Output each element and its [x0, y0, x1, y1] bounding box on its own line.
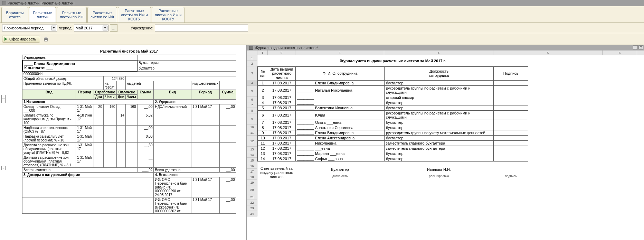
institution-select[interactable]	[155, 25, 248, 31]
table-row[interactable]: 1217.08.2017________ ___евназаместитель …	[258, 146, 528, 151]
tree-collapse[interactable]: −	[1, 99, 6, 103]
table-row[interactable]: 1017.08.2017________ Елена Александровна…	[258, 135, 528, 140]
table-row[interactable]: 717.08.2017________ Ольга ___евнабухгалт…	[258, 120, 528, 125]
tree-collapse[interactable]: −	[1, 166, 6, 170]
app-icon	[2, 1, 6, 5]
tab-slips-if-kosgu2[interactable]: Расчетные листки по ИФ и КОСГУ	[152, 7, 185, 22]
report-preview: − − − Расчетный листок за Май 2017 Учреж…	[0, 45, 247, 240]
tab-variants[interactable]: Варианты отчета	[1, 7, 28, 22]
table-row[interactable]: 1117.08.2017________ Николаевназаместите…	[258, 140, 528, 146]
minimize-button[interactable]: _	[633, 45, 638, 49]
period-type-select[interactable]: Произвольный период▾	[2, 25, 57, 31]
play-icon	[4, 37, 7, 41]
chevron-down-icon: ▾	[103, 26, 107, 30]
table-row[interactable]: 1317.08.2017________ Марина ___евнабухга…	[258, 151, 528, 156]
tree-collapse[interactable]: −	[1, 95, 6, 99]
action-toolbar: Сформировать	[0, 33, 644, 45]
slip-title: Расчетный листок за Май 2017	[12, 47, 246, 55]
table-row[interactable]: 317.08.2017________старший кассир	[258, 95, 528, 100]
maximize-button[interactable]: □	[638, 45, 643, 49]
period-select[interactable]: Май 2017▾	[74, 25, 108, 31]
institution-label: Учреждение:	[131, 26, 153, 30]
window-title: Расчетные листки [Расчетные листки]	[8, 1, 75, 5]
table-row[interactable]: 917.08.2017________ Елена Владимировнару…	[258, 130, 528, 135]
tab-slips-if2[interactable]: Расчетные листки по ИФ	[87, 7, 117, 22]
form-button[interactable]: Сформировать	[2, 36, 40, 43]
table-row[interactable]: 517.08.2017________ Валентина Ивановнабу…	[258, 105, 528, 110]
journal-titlebar: Журнал выдачи расчетных листов * _ □	[247, 45, 644, 50]
table-row[interactable]: 817.08.2017________ Анастасия Сергеевнаб…	[258, 125, 528, 130]
row-ruler: 12 3 4 5 678 9 1011 12 131415161718 19 2…	[247, 55, 257, 216]
tab-slips[interactable]: Расчетные листки	[29, 7, 56, 22]
tab-slips-if[interactable]: Расчетные листки по ИФ	[57, 7, 87, 22]
printer-icon	[43, 36, 49, 42]
table-row[interactable]: 117.08.2017________ Елена Владимировнабу…	[258, 80, 528, 85]
window-titlebar: Расчетные листки [Расчетные листки]	[0, 0, 644, 6]
slip-table: Учреждение: ____ Елена ВладимировнаК вып…	[22, 55, 236, 214]
table-row[interactable]: 1417.08.2017________ Софья ___овнабухгал…	[258, 156, 528, 161]
report-tabs: Варианты отчета Расчетные листки Расчетн…	[0, 6, 644, 23]
svg-rect-2	[45, 40, 47, 41]
journal-table: Журнал учета выдачи расчетных листков за…	[257, 55, 528, 179]
table-row[interactable]: 417.08.2017________бухгалтер	[258, 100, 528, 105]
period-edit-button[interactable]: …	[110, 24, 117, 32]
chevron-down-icon: ▾	[51, 26, 56, 30]
period-label: период:	[59, 26, 73, 30]
journal-heading: Журнал учета выдачи расчетных листков за…	[258, 55, 528, 66]
print-button[interactable]	[42, 35, 50, 43]
journal-panel: Журнал выдачи расчетных листов * _ □ 1 2…	[247, 45, 644, 240]
params-bar: Произвольный период▾ период: Май 2017▾ ……	[0, 23, 644, 33]
column-ruler: 1 2 3 4 5 6	[247, 50, 644, 55]
doc-icon	[249, 46, 253, 50]
svg-rect-1	[45, 37, 47, 38]
tab-slips-if-kosgu[interactable]: Расчетные листки по ИФ и КОСГУ	[118, 7, 151, 22]
table-row[interactable]: 217.08.2017________ Наталья Николаевнару…	[258, 85, 528, 95]
table-row[interactable]: 617.08.2017________ Юлия ________руковод…	[258, 110, 528, 120]
